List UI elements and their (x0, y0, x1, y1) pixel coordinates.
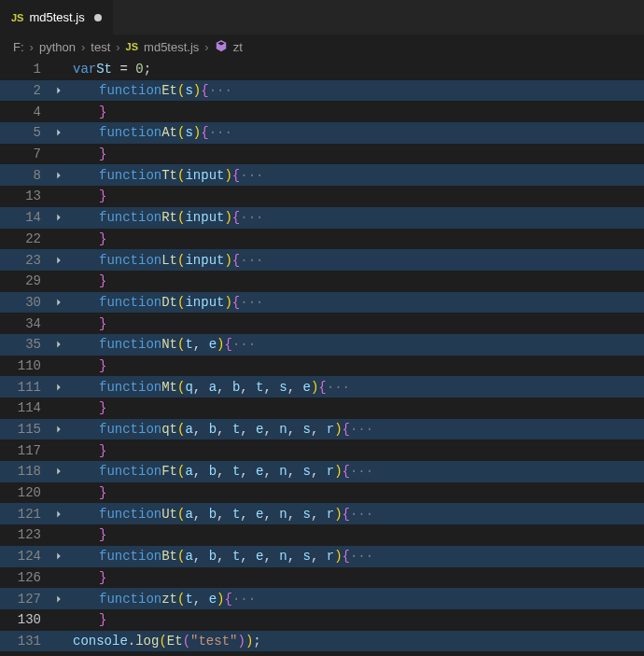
code-content[interactable]: console.log(Et("test")); (71, 631, 644, 652)
code-line[interactable]: 126} (0, 567, 644, 589)
line-number[interactable]: 34 (0, 313, 47, 334)
line-number[interactable]: 131 (0, 631, 47, 652)
fold-toggle-icon[interactable] (47, 122, 71, 144)
line-number[interactable]: 23 (0, 249, 47, 271)
line-number[interactable]: 1 (0, 59, 47, 80)
code-line[interactable]: 23function Lt(input) {··· (0, 249, 644, 271)
code-content[interactable]: } (71, 398, 644, 419)
code-content[interactable]: function At(s) {··· (71, 122, 644, 144)
code-editor[interactable]: 1var St = 0;2function Et(s) {···4}5funct… (0, 59, 644, 651)
code-line[interactable]: 5function At(s) {··· (0, 122, 644, 144)
line-number[interactable]: 35 (0, 334, 47, 356)
code-content[interactable]: } (71, 609, 644, 631)
line-number[interactable]: 118 (0, 461, 47, 482)
code-line[interactable]: 111function Mt(q, a, b, t, s, e) {··· (0, 376, 644, 398)
line-number[interactable]: 2 (0, 80, 47, 102)
code-line[interactable]: 121function Ut(a, b, t, e, n, s, r) {··· (0, 503, 644, 524)
code-content[interactable]: } (71, 186, 644, 207)
breadcrumb-segment[interactable]: F: (13, 40, 24, 54)
code-content[interactable]: var St = 0; (71, 59, 644, 80)
code-line[interactable]: 127function zt(t, e) {··· (0, 588, 644, 609)
line-number[interactable]: 130 (0, 609, 47, 631)
code-content[interactable]: function Tt(input) {··· (71, 164, 644, 186)
fold-toggle-icon[interactable] (47, 207, 71, 229)
line-number[interactable]: 114 (0, 398, 47, 419)
code-content[interactable]: function Ut(a, b, t, e, n, s, r) {··· (71, 503, 644, 524)
code-content[interactable]: } (71, 229, 644, 250)
fold-toggle-icon[interactable] (47, 376, 71, 398)
breadcrumb-file[interactable]: md5test.js (144, 40, 199, 54)
breadcrumb-symbol[interactable]: zt (233, 40, 243, 54)
line-number[interactable]: 127 (0, 588, 47, 609)
line-number[interactable]: 110 (0, 356, 47, 377)
line-number[interactable]: 117 (0, 440, 47, 461)
fold-toggle-icon[interactable] (47, 461, 71, 482)
line-number[interactable]: 14 (0, 207, 47, 229)
fold-toggle-icon[interactable] (47, 334, 71, 356)
code-content[interactable]: } (71, 144, 644, 165)
code-line[interactable]: 120} (0, 482, 644, 504)
code-content[interactable]: function zt(t, e) {··· (71, 588, 644, 609)
fold-toggle-icon[interactable] (47, 546, 71, 567)
code-line[interactable]: 14function Rt(input) {··· (0, 207, 644, 229)
code-content[interactable]: function Et(s) {··· (71, 80, 644, 102)
code-content[interactable]: } (71, 524, 644, 546)
line-number[interactable]: 115 (0, 419, 47, 440)
code-line[interactable]: 22} (0, 229, 644, 250)
code-line[interactable]: 30function Dt(input) {··· (0, 292, 644, 314)
code-content[interactable]: } (71, 313, 644, 334)
breadcrumb-segment[interactable]: test (91, 40, 110, 54)
code-line[interactable]: 35function Nt(t, e) {··· (0, 334, 644, 356)
line-number[interactable]: 121 (0, 503, 47, 524)
line-number[interactable]: 124 (0, 546, 47, 567)
line-number[interactable]: 123 (0, 524, 47, 546)
line-number[interactable]: 13 (0, 186, 47, 207)
fold-toggle-icon[interactable] (47, 80, 71, 102)
fold-toggle-icon[interactable] (47, 164, 71, 186)
code-line[interactable]: 29} (0, 271, 644, 292)
code-content[interactable]: function Rt(input) {··· (71, 207, 644, 229)
editor-tab[interactable]: JS md5test.js (0, 0, 114, 35)
code-content[interactable]: } (71, 271, 644, 292)
fold-toggle-icon[interactable] (47, 249, 71, 271)
code-content[interactable]: } (71, 440, 644, 461)
code-content[interactable]: function Ft(a, b, t, e, n, s, r) {··· (71, 461, 644, 482)
code-line[interactable]: 115function qt(a, b, t, e, n, s, r) {··· (0, 419, 644, 440)
line-number[interactable]: 8 (0, 164, 47, 186)
fold-toggle-icon[interactable] (47, 503, 71, 524)
code-line[interactable]: 2function Et(s) {··· (0, 80, 644, 102)
code-line[interactable]: 124function Bt(a, b, t, e, n, s, r) {··· (0, 546, 644, 567)
line-number[interactable]: 120 (0, 482, 47, 504)
code-content[interactable]: function Mt(q, a, b, t, s, e) {··· (71, 376, 644, 398)
fold-toggle-icon[interactable] (47, 292, 71, 314)
code-content[interactable]: function qt(a, b, t, e, n, s, r) {··· (71, 419, 644, 440)
code-content[interactable]: } (71, 482, 644, 504)
code-line[interactable]: 8function Tt(input) {··· (0, 164, 644, 186)
line-number[interactable]: 111 (0, 376, 47, 398)
code-content[interactable]: } (71, 356, 644, 377)
code-line[interactable]: 1var St = 0; (0, 59, 644, 80)
code-content[interactable]: function Dt(input) {··· (71, 292, 644, 314)
code-line[interactable]: 117} (0, 440, 644, 461)
line-number[interactable]: 4 (0, 101, 47, 122)
code-content[interactable]: } (71, 567, 644, 589)
code-content[interactable]: } (71, 101, 644, 122)
breadcrumb[interactable]: F: › python › test › JS md5test.js › zt (0, 35, 644, 59)
code-line[interactable]: 130} (0, 609, 644, 631)
code-line[interactable]: 118function Ft(a, b, t, e, n, s, r) {··· (0, 461, 644, 482)
fold-toggle-icon[interactable] (47, 588, 71, 609)
code-line[interactable]: 34} (0, 313, 644, 334)
code-content[interactable]: function Bt(a, b, t, e, n, s, r) {··· (71, 546, 644, 567)
line-number[interactable]: 22 (0, 229, 47, 250)
code-line[interactable]: 123} (0, 524, 644, 546)
line-number[interactable]: 126 (0, 567, 47, 589)
code-line[interactable]: 110} (0, 356, 644, 377)
code-line[interactable]: 13} (0, 186, 644, 207)
code-line[interactable]: 114} (0, 398, 644, 419)
code-content[interactable]: function Nt(t, e) {··· (71, 334, 644, 356)
line-number[interactable]: 29 (0, 271, 47, 292)
code-line[interactable]: 4} (0, 101, 644, 122)
code-content[interactable]: function Lt(input) {··· (71, 249, 644, 271)
line-number[interactable]: 30 (0, 292, 47, 314)
line-number[interactable]: 7 (0, 144, 47, 165)
